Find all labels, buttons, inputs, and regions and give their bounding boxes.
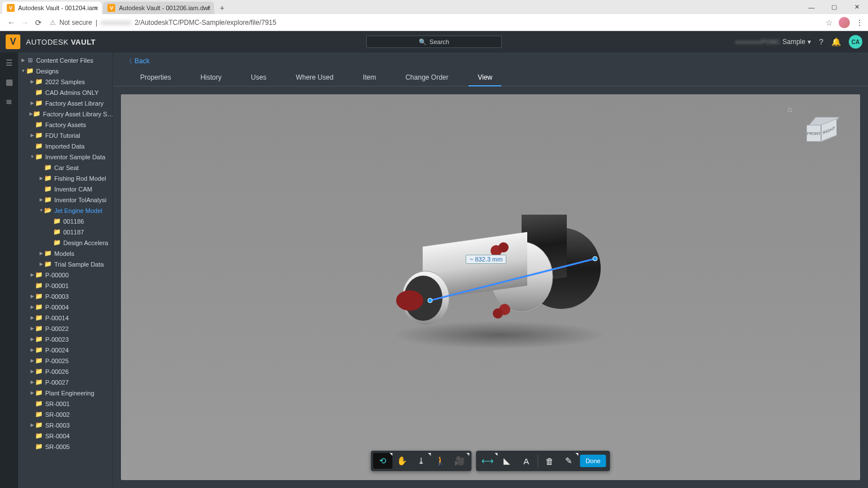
tree-caret[interactable] <box>29 294 35 299</box>
search-input[interactable]: 🔍 Search <box>366 36 502 48</box>
rail-list-icon[interactable]: ≣ <box>5 97 14 106</box>
tree-item[interactable]: 📁SR-0004 <box>18 430 112 441</box>
tree-item[interactable]: 📁P-00026 <box>18 366 112 377</box>
project-selector[interactable]: xxxxxxxx/PDMC Sample ▾ <box>735 38 811 46</box>
tree-item[interactable]: 📁P-00004 <box>18 302 112 312</box>
tree-item[interactable]: 📂Jet Engine Model <box>18 205 112 216</box>
minimize-button[interactable]: ― <box>800 0 823 14</box>
tree-item[interactable]: 📁P-00025 <box>18 355 112 366</box>
done-button[interactable]: Done <box>580 455 606 467</box>
rail-explorer-icon[interactable]: ☰ <box>5 58 14 67</box>
tree-item[interactable]: 📁P-00001 <box>18 280 112 291</box>
tree-item[interactable]: 📁P-00023 <box>18 334 112 345</box>
detail-tab-uses[interactable]: Uses <box>236 73 281 86</box>
3d-viewer[interactable]: ⌂ FRONT RIGHT <box>121 94 860 480</box>
tree-item[interactable]: 📁Factory Assets <box>18 119 112 130</box>
back-browser-button[interactable]: ← <box>5 18 18 27</box>
forward-browser-button[interactable]: → <box>18 18 32 27</box>
walk-button[interactable]: 🚶 <box>431 453 450 469</box>
detail-tab-view[interactable]: View <box>463 73 507 86</box>
detail-tab-properties[interactable]: Properties <box>125 73 186 86</box>
tree-caret[interactable] <box>29 380 35 385</box>
tree-item[interactable]: 📁P-00024 <box>18 345 112 355</box>
tree-item[interactable]: 📁Inventor TolAnalysi <box>18 194 112 205</box>
tree-item[interactable]: 📁2022 Samples <box>18 76 112 87</box>
tree-item[interactable]: 📁SR-0005 <box>18 441 112 452</box>
close-tab-icon[interactable]: × <box>94 4 99 12</box>
detail-tab-history[interactable]: History <box>186 73 236 86</box>
tree-caret[interactable] <box>29 101 35 106</box>
pan-button[interactable]: ✋ <box>392 453 411 469</box>
text-button[interactable]: A <box>517 453 536 469</box>
bell-icon[interactable]: 🔔 <box>831 37 841 46</box>
measure-distance-button[interactable]: ⟷ <box>478 453 497 469</box>
zoom-button[interactable]: ⤓ <box>411 453 431 469</box>
tree-item[interactable]: 📁Inventor Sample Data <box>18 151 112 162</box>
tree-item[interactable]: 📁CAD Admins ONLY <box>18 87 112 98</box>
tree-item[interactable]: 📁Trial Sample Data <box>18 259 112 269</box>
tree-item[interactable]: 📁SR-0001 <box>18 398 112 409</box>
tree-item[interactable]: 📁P-00027 <box>18 377 112 387</box>
tree-caret[interactable] <box>29 337 35 342</box>
tree-caret[interactable] <box>29 369 35 374</box>
tree-caret[interactable] <box>38 197 44 202</box>
tree-item[interactable]: 📁Inventor CAM <box>18 184 112 194</box>
close-tab-icon[interactable]: × <box>206 4 211 12</box>
tree-item[interactable]: 📁Imported Data <box>18 141 112 151</box>
delete-button[interactable]: 🗑 <box>540 453 559 469</box>
detail-tab-item[interactable]: Item <box>348 73 390 86</box>
tree-caret[interactable] <box>29 347 35 352</box>
tree-caret[interactable] <box>29 133 35 138</box>
tree-caret[interactable] <box>20 58 26 63</box>
settings-tool-button[interactable]: ✎ <box>559 453 578 469</box>
bookmark-icon[interactable]: ☆ <box>826 18 833 27</box>
home-view-icon[interactable]: ⌂ <box>788 104 792 114</box>
tree-caret[interactable] <box>29 326 35 331</box>
orbit-button[interactable]: ⟲ <box>373 453 392 469</box>
tree-caret[interactable] <box>29 315 35 320</box>
tree-item[interactable]: 📁001187 <box>18 226 112 237</box>
detail-tab-where-used[interactable]: Where Used <box>281 73 348 86</box>
reload-button[interactable]: ⟳ <box>32 18 45 27</box>
tree-item[interactable]: 📁P-00022 <box>18 323 112 334</box>
tree-item[interactable]: 📁P-00014 <box>18 312 112 323</box>
url-box[interactable]: ⚠ Not secure | xxxxxxxxx 2/AutodeskTC/PD… <box>50 19 821 27</box>
tree-item[interactable]: 📁Car Seat <box>18 162 112 173</box>
folder-tree[interactable]: ⊞Content Center Files📁Designs📁2022 Sampl… <box>18 53 113 488</box>
tree-item[interactable]: 📁Designs <box>18 66 112 76</box>
tree-item[interactable]: 📁P-00000 <box>18 269 112 280</box>
tree-item[interactable]: 📁Fishing Rod Model <box>18 173 112 184</box>
tree-item[interactable]: 📁Models <box>18 248 112 259</box>
tree-item[interactable]: ⊞Content Center Files <box>18 55 112 66</box>
tree-caret[interactable] <box>38 251 44 256</box>
browser-menu-icon[interactable]: ⋮ <box>856 18 863 27</box>
tree-item[interactable]: 📁Factory Asset Library S… <box>18 108 112 119</box>
tree-item[interactable]: 📁SR-0002 <box>18 409 112 420</box>
browser-profile-avatar[interactable] <box>839 17 850 28</box>
tree-caret[interactable] <box>29 272 35 277</box>
tree-item[interactable]: 📁001186 <box>18 216 112 226</box>
tree-caret[interactable] <box>29 154 35 159</box>
close-window-button[interactable]: ✕ <box>845 0 868 14</box>
back-link[interactable]: 〈 Back <box>125 56 150 66</box>
tree-item[interactable]: 📁Factory Asset Library <box>18 98 112 108</box>
help-icon[interactable]: ? <box>819 37 823 46</box>
jet-engine-model[interactable] <box>369 215 612 345</box>
new-tab-button[interactable]: + <box>215 2 229 14</box>
tree-item[interactable]: 📁Design Accelera <box>18 237 112 248</box>
measure-angle-button[interactable]: ◣ <box>497 453 517 469</box>
tree-caret[interactable] <box>29 422 35 428</box>
rail-grid-icon[interactable]: ▦ <box>5 77 14 86</box>
viewcube[interactable]: FRONT RIGHT <box>804 114 840 150</box>
browser-tab[interactable]: VAutodesk Vault - 001206.iam.dwf× <box>103 2 214 14</box>
tree-caret[interactable] <box>29 79 35 84</box>
tree-caret[interactable] <box>29 390 35 395</box>
tree-caret[interactable] <box>38 208 44 213</box>
tree-item[interactable]: 📁Plant Engineering <box>18 387 112 398</box>
tree-caret[interactable] <box>38 176 44 181</box>
maximize-button[interactable]: ▢ <box>823 0 845 14</box>
detail-tab-change-order[interactable]: Change Order <box>390 73 463 86</box>
tree-caret[interactable] <box>38 262 44 267</box>
tree-item[interactable]: 📁FDU Tutorial <box>18 130 112 141</box>
user-avatar[interactable]: CA <box>849 35 862 49</box>
